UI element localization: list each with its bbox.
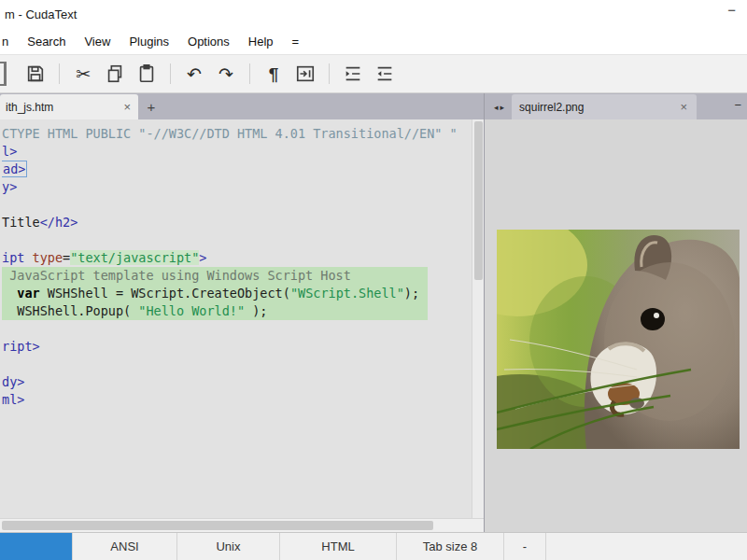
editor-pane: CTYPE HTML PUBLIC "-//W3C//DTD HTML 4.01… — [0, 119, 484, 532]
code-line[interactable]: JavaScript template using Windows Script… — [2, 267, 428, 285]
toolbar: ✂ ↶ ↷ ¶ — [0, 54, 747, 93]
minimize-button[interactable]: − — [727, 2, 736, 18]
close-icon[interactable]: × — [678, 100, 689, 114]
menu-item-help[interactable]: Help — [239, 31, 283, 52]
redo-button[interactable]: ↷ — [212, 60, 240, 88]
window-title: m - CudaText — [5, 7, 77, 21]
code-line[interactable]: ml> — [2, 391, 484, 409]
menu-item-misc[interactable]: = — [283, 31, 309, 52]
left-tab-strip: ith_js.htm × + — [0, 93, 484, 119]
scissors-icon: ✂ — [76, 65, 91, 83]
cudatext-window: m - CudaText − nSearchViewPluginsOptions… — [0, 0, 747, 560]
menu-item-view[interactable]: View — [75, 31, 120, 52]
status-cell[interactable]: - — [504, 533, 546, 560]
statusbar: ANSIUnixHTMLTab size 8- — [0, 532, 747, 560]
code-line[interactable]: ad> — [2, 161, 484, 178]
cropped-icon[interactable] — [0, 62, 7, 86]
code-line[interactable] — [2, 356, 484, 373]
code-line[interactable]: CTYPE HTML PUBLIC "-//W3C//DTD HTML 4.01… — [2, 125, 484, 143]
status-cell[interactable]: Unix — [177, 533, 280, 560]
menu-item-search[interactable]: Search — [18, 31, 75, 52]
titlebar: m - CudaText − — [0, 0, 747, 28]
new-tab-button[interactable]: + — [138, 94, 164, 119]
copy-button[interactable] — [101, 60, 129, 88]
code-line[interactable] — [2, 231, 484, 249]
menubar: nSearchViewPluginsOptionsHelp= — [0, 28, 747, 54]
menu-item-plugins[interactable]: Plugins — [120, 31, 178, 52]
status-cell[interactable]: Tab size 8 — [397, 533, 504, 560]
toolbar-separator — [329, 63, 330, 84]
squirrel-photo-graphic — [497, 230, 740, 449]
toolbar-separator — [170, 63, 171, 84]
indent-button[interactable] — [339, 60, 367, 88]
squirrel-image — [497, 230, 740, 449]
paste-button[interactable] — [133, 60, 161, 88]
status-filler — [546, 533, 747, 560]
code-line[interactable]: WSHShell.Popup( "Hello World!" ); — [2, 302, 428, 320]
floppy-icon — [25, 63, 46, 84]
tab-overflow-button[interactable]: − — [734, 98, 741, 112]
scrollbar-thumb[interactable] — [474, 121, 483, 280]
indent-icon — [343, 63, 363, 84]
code-line[interactable]: ipt type="text/javascript"> — [2, 249, 484, 267]
menu-item-options[interactable]: Options — [178, 31, 239, 52]
scrollbar-thumb[interactable] — [2, 521, 433, 530]
clipboard-icon — [136, 63, 157, 84]
code-line[interactable] — [2, 320, 484, 338]
tab-label: squirrel2.png — [519, 101, 584, 114]
undo-button[interactable]: ↶ — [180, 60, 208, 88]
image-viewer-pane — [484, 119, 747, 532]
code-line[interactable]: ript> — [2, 338, 484, 356]
menu-item-n[interactable]: n — [0, 31, 18, 52]
editor-vertical-scrollbar[interactable] — [472, 119, 484, 518]
save-button[interactable] — [21, 60, 49, 88]
unindent-icon — [374, 63, 395, 84]
tab-scroll-arrows-icon[interactable]: ◂▸ — [485, 103, 512, 119]
copy-icon — [105, 63, 125, 84]
main-area: CTYPE HTML PUBLIC "-//W3C//DTD HTML 4.01… — [0, 119, 747, 532]
code-line[interactable]: l> — [2, 143, 484, 161]
toolbar-separator — [59, 63, 60, 84]
code-line[interactable] — [2, 196, 484, 214]
cut-button[interactable]: ✂ — [69, 60, 97, 88]
tab-row: ith_js.htm × + ◂▸ squirrel2.png × − — [0, 93, 747, 119]
undo-arrow-icon: ↶ — [187, 65, 202, 83]
tab-label: ith_js.htm — [6, 101, 53, 114]
tab-html-file[interactable]: ith_js.htm × — [0, 94, 138, 119]
redo-arrow-icon: ↷ — [218, 65, 233, 83]
show-unprinted-button[interactable]: ¶ — [260, 60, 288, 88]
status-cell[interactable]: ANSI — [73, 533, 177, 560]
status-caret-cell[interactable] — [0, 533, 73, 560]
pilcrow-icon: ¶ — [269, 65, 279, 83]
code-line[interactable]: Title</h2> — [2, 214, 484, 231]
code-line[interactable]: y> — [2, 178, 484, 196]
right-tab-strip: ◂▸ squirrel2.png × − — [484, 93, 747, 119]
unindent-button[interactable] — [371, 60, 399, 88]
tab-mark-icon — [295, 63, 316, 84]
status-cell[interactable]: HTML — [280, 533, 397, 560]
toolbar-separator — [249, 63, 250, 84]
editor-horizontal-scrollbar[interactable] — [0, 518, 484, 532]
show-tab-marks-button[interactable] — [291, 60, 319, 88]
tab-image-file[interactable]: squirrel2.png × — [512, 94, 697, 119]
code-area[interactable]: CTYPE HTML PUBLIC "-//W3C//DTD HTML 4.01… — [0, 119, 484, 518]
code-line[interactable]: var WSHShell = WScript.CreateObject("WSc… — [2, 285, 428, 302]
code-line[interactable]: dy> — [2, 373, 484, 391]
close-icon[interactable]: × — [121, 100, 133, 114]
